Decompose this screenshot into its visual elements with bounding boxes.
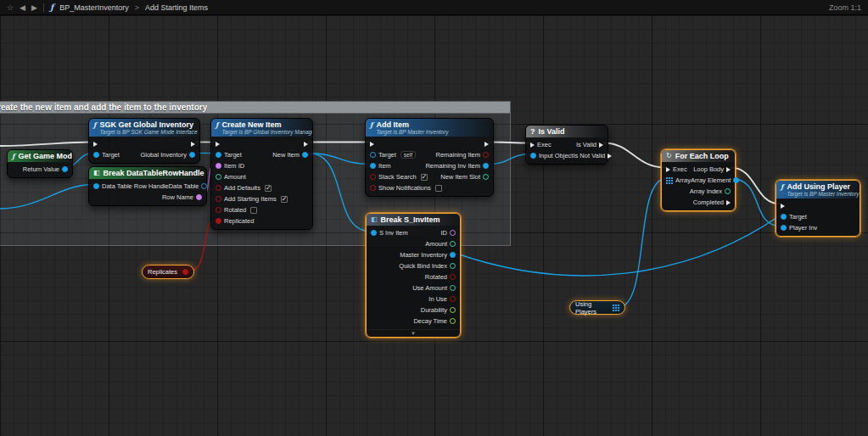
node-header[interactable]: ↻ For Each Loop [662, 150, 735, 162]
pin-return-value-out[interactable]: Return Value [23, 165, 68, 173]
pin-exec-out[interactable] [191, 142, 195, 147]
node-header[interactable]: ◧ Break DataTableRowHandle [89, 167, 206, 179]
pin-decay-time-out[interactable]: Decay Time [413, 317, 456, 325]
pin-label: Add Defaults [224, 184, 260, 192]
object-pin-icon [530, 153, 536, 159]
node-is-valid[interactable]: ? Is Valid ExecIs Valid Input ObjectIs N… [525, 125, 608, 165]
pin-use-amount-out[interactable]: Use Amount [412, 284, 456, 292]
pin-amount-out[interactable]: Amount [425, 240, 456, 248]
pin-add-starting-items-in[interactable]: Add Starting Items [216, 195, 288, 203]
object-pin-icon [62, 166, 68, 172]
node-title: Add Using Player [787, 182, 859, 191]
pin-in-use-out[interactable]: In Use [428, 295, 456, 303]
rotated-checkbox[interactable] [250, 207, 257, 214]
pin-label: Target [102, 151, 120, 159]
pin-label: Remaining Inv Item [425, 162, 480, 170]
pin-target-in[interactable]: Target [781, 213, 807, 221]
node-header[interactable]: ƒ Add Item Target is BP Master Inventory [366, 119, 493, 137]
pin-exec-out[interactable] [484, 142, 489, 147]
pin-add-defaults-in[interactable]: Add Defaults [216, 184, 272, 192]
favorite-icon[interactable]: ☆ [7, 0, 14, 15]
node-replicates-variable[interactable]: Replicates [142, 265, 194, 279]
node-for-each-loop[interactable]: ↻ For Each Loop ExecLoop Body ArrayArray… [661, 149, 736, 211]
node-header[interactable]: ? Is Valid [526, 126, 608, 137]
pin-data-table-row-handle-in[interactable]: Data Table Row Handle [93, 182, 169, 190]
pin-array-index-out[interactable]: Array Index [690, 187, 731, 195]
target-self-value[interactable]: self [400, 151, 416, 159]
blueprint-editor: ☆ ◀ ▶ ƒ BP_MasterInventory > Add Startin… [0, 0, 868, 436]
pin-label: Remaining Item [435, 151, 480, 159]
node-header[interactable]: ƒ Create New Item Target is BP Global In… [211, 119, 312, 137]
node-title: Get Game Mode [18, 152, 72, 160]
pin-exec-in[interactable]: Exec [530, 141, 552, 148]
node-break-datatable-row-handle[interactable]: ◧ Break DataTableRowHandle Data Table Ro… [88, 166, 207, 206]
pin-target-in[interactable]: Target [93, 151, 120, 159]
pin-row-name-out[interactable]: Row Name [162, 193, 202, 201]
pin-stack-search-in[interactable]: Stack Search [370, 173, 428, 181]
int-pin-icon [450, 285, 456, 291]
breadcrumb-current[interactable]: Add Starting Items [145, 3, 208, 12]
pin-s-inv-item-in[interactable]: S Inv Item [371, 229, 408, 237]
pin-input-object-in[interactable]: Input Object [530, 152, 573, 159]
pin-id-out[interactable]: ID [441, 229, 456, 237]
pin-new-item-slot-out[interactable]: New Item Slot [440, 173, 489, 181]
pin-label: Data Table Row Handle [102, 182, 169, 190]
node-sgk-get-global-inventory[interactable]: ƒ SGK Get Global Inventory Target is BP … [88, 118, 200, 164]
pin-exec-in[interactable] [216, 142, 220, 147]
node-header[interactable]: ◧ Break S_InvItem [367, 214, 460, 226]
pin-is-not-valid-out[interactable]: Is Not Valid [573, 152, 612, 159]
pin-remaining-item-out[interactable]: Remaining Item [435, 151, 489, 159]
pin-remaining-inv-item-out[interactable]: Remaining Inv Item [425, 162, 489, 170]
pin-exec-in[interactable] [93, 142, 98, 147]
array-pin-icon [666, 177, 673, 184]
pin-data-table-out[interactable]: Data Table [169, 182, 208, 190]
node-get-game-mode[interactable]: ƒ Get Game Mode Return Value [7, 149, 73, 178]
pin-rotated-in[interactable]: Rotated [216, 206, 257, 214]
pin-master-inventory-out[interactable]: Master Inventory [400, 251, 456, 259]
pin-label: Rotated [425, 273, 447, 281]
pin-target-in[interactable]: Targetself [370, 151, 416, 159]
pin-is-valid-out[interactable]: Is Valid [576, 141, 603, 148]
node-header[interactable]: ƒ Get Game Mode [8, 150, 72, 162]
pin-rotated-out[interactable]: Rotated [425, 273, 456, 281]
pin-amount-in[interactable]: Amount [216, 173, 246, 181]
array-pin-icon[interactable] [613, 305, 619, 311]
pin-label: Array Element [691, 176, 731, 184]
pin-exec-in[interactable]: Exec [666, 165, 687, 173]
pin-durability-out[interactable]: Durability [421, 306, 456, 314]
pin-quick-bind-index-out[interactable]: Quick Bind Index [399, 262, 456, 270]
node-header[interactable]: ƒ Add Using Player Target is BP Master I… [776, 181, 860, 198]
comment-header[interactable]: reate the new item and add the item to t… [0, 101, 511, 114]
bool-pin-icon[interactable] [182, 269, 188, 275]
node-add-using-player[interactable]: ƒ Add Using Player Target is BP Master I… [776, 180, 860, 237]
pin-loop-body-out[interactable]: Loop Body [693, 165, 731, 173]
forward-icon[interactable]: ▶ [31, 0, 37, 15]
pin-exec-out[interactable] [304, 142, 308, 147]
pin-array-element-out[interactable]: Array Element [691, 176, 740, 184]
node-break-s-invitem[interactable]: ◧ Break S_InvItem S Inv ItemID Amount Ma… [366, 213, 461, 338]
pin-item-in[interactable]: Item [370, 162, 391, 170]
pin-target-in[interactable]: Target [216, 151, 242, 159]
collapse-pins-button[interactable]: ▼ [367, 329, 460, 337]
pin-exec-in[interactable] [781, 204, 785, 209]
pin-item-id-in[interactable]: Item ID [216, 162, 244, 170]
stack-search-checkbox[interactable] [421, 174, 428, 181]
node-header[interactable]: ƒ SGK Get Global Inventory Target is BP … [89, 119, 199, 137]
back-icon[interactable]: ◀ [20, 0, 25, 15]
pin-global-inventory-out[interactable]: Global Inventory [140, 151, 195, 159]
show-notifications-checkbox[interactable] [435, 185, 442, 192]
pin-new-item-out[interactable]: New Item [272, 151, 308, 159]
node-using-players-variable[interactable]: Using Players [569, 300, 625, 315]
exec-pin-icon [726, 200, 731, 205]
add-defaults-checkbox[interactable] [265, 185, 272, 192]
add-starting-items-checkbox[interactable] [281, 196, 288, 203]
node-create-new-item[interactable]: ƒ Create New Item Target is BP Global In… [210, 118, 313, 230]
node-add-item[interactable]: ƒ Add Item Target is BP Master Inventory… [365, 118, 494, 197]
pin-player-inv-in[interactable]: Player Inv [781, 224, 817, 232]
pin-array-in[interactable]: Array [666, 176, 691, 184]
pin-show-notifications-in[interactable]: Show Notifications [370, 184, 442, 192]
pin-completed-out[interactable]: Completed [693, 198, 731, 206]
breadcrumb-root[interactable]: BP_MasterInventory [59, 3, 129, 12]
pin-replicated-in[interactable]: Replicated [216, 217, 254, 225]
pin-exec-in[interactable] [370, 142, 374, 147]
